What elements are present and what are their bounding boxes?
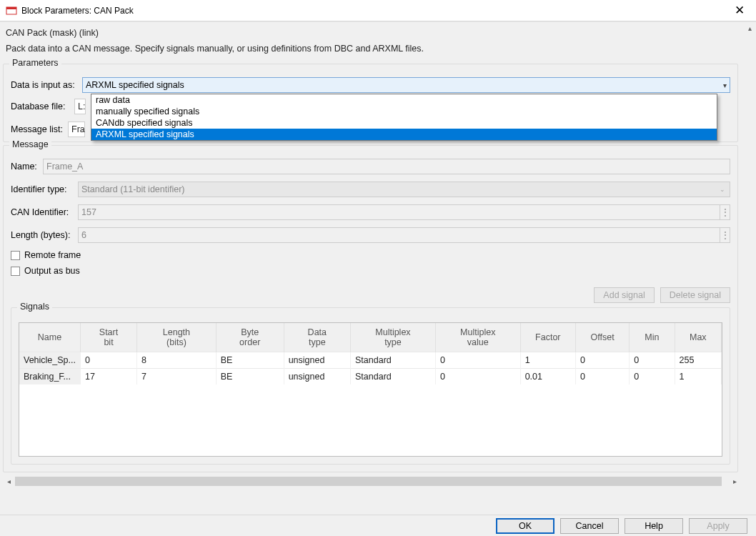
data-input-as-dropdown[interactable]: ARXML specified signals ▾ bbox=[82, 77, 730, 93]
can-identifier-more-button[interactable]: ⋮ bbox=[720, 204, 730, 220]
option-raw-data[interactable]: raw data bbox=[91, 94, 717, 106]
cell-factor[interactable]: 1 bbox=[520, 352, 575, 369]
cell-start[interactable]: 17 bbox=[80, 369, 136, 385]
chevron-down-icon: ▾ bbox=[723, 81, 727, 89]
cell-max[interactable]: 1 bbox=[675, 369, 721, 385]
cell-order[interactable]: BE bbox=[216, 352, 284, 369]
option-arxml-specified[interactable]: ARXML specified signals bbox=[91, 129, 717, 140]
col-multiplex-value[interactable]: Multiplexvalue bbox=[435, 323, 520, 352]
identifier-type-label: Identifier type: bbox=[11, 184, 78, 194]
ok-button[interactable]: OK bbox=[496, 518, 554, 534]
signals-group-label: Signals bbox=[17, 302, 52, 312]
col-offset[interactable]: Offset bbox=[575, 323, 629, 352]
cell-muxv[interactable]: 0 bbox=[435, 369, 520, 385]
message-list-prefix: Fra bbox=[71, 124, 85, 134]
cell-len[interactable]: 8 bbox=[137, 352, 217, 369]
svg-rect-1 bbox=[6, 7, 16, 9]
scroll-right-icon[interactable]: ▸ bbox=[729, 475, 741, 487]
cell-order[interactable]: BE bbox=[216, 369, 284, 385]
scroll-thumb[interactable] bbox=[15, 477, 722, 486]
length-field: 6 bbox=[78, 227, 720, 243]
can-identifier-field: 157 bbox=[78, 204, 720, 220]
delete-signal-button[interactable]: Delete signal bbox=[660, 287, 730, 303]
scroll-left-icon[interactable]: ◂ bbox=[3, 475, 15, 487]
col-max[interactable]: Max bbox=[675, 323, 721, 352]
cell-name[interactable]: Vehicle_Sp... bbox=[19, 352, 80, 369]
name-field: Frame_A bbox=[43, 159, 730, 174]
cell-dtype[interactable]: unsigned bbox=[284, 369, 350, 385]
cell-mux[interactable]: Standard bbox=[351, 352, 436, 369]
window-title: Block Parameters: CAN Pack bbox=[21, 6, 134, 16]
identifier-type-select: Standard (11-bit identifier) ⌄ bbox=[78, 182, 730, 197]
cell-name[interactable]: Braking_F... bbox=[19, 369, 80, 385]
data-input-as-value: ARXML specified signals bbox=[86, 80, 184, 90]
option-manually-specified[interactable]: manually specified signals bbox=[91, 106, 717, 117]
col-name[interactable]: Name bbox=[19, 323, 80, 352]
database-file-prefix: L: bbox=[78, 101, 85, 111]
cell-min[interactable]: 0 bbox=[630, 369, 675, 385]
table-row[interactable]: Braking_F... 17 7 BE unsigned Standard 0… bbox=[19, 369, 722, 385]
option-candb-specified[interactable]: CANdb specified signals bbox=[91, 117, 717, 129]
can-identifier-value: 157 bbox=[81, 207, 96, 217]
signals-table-empty-space bbox=[19, 384, 722, 456]
col-factor[interactable]: Factor bbox=[520, 323, 575, 352]
cell-max[interactable]: 255 bbox=[675, 352, 721, 369]
length-label: Length (bytes): bbox=[11, 230, 78, 240]
cell-start[interactable]: 0 bbox=[80, 352, 136, 369]
cell-min[interactable]: 0 bbox=[630, 352, 675, 369]
output-as-bus-label: Output as bus bbox=[24, 266, 80, 276]
output-as-bus-checkbox[interactable] bbox=[11, 267, 20, 276]
horizontal-scrollbar[interactable]: ◂ ▸ bbox=[3, 475, 741, 487]
col-min[interactable]: Min bbox=[630, 323, 675, 352]
help-button[interactable]: Help bbox=[625, 518, 683, 534]
can-identifier-label: CAN Identifier: bbox=[11, 207, 78, 217]
col-data-type[interactable]: Datatype bbox=[284, 323, 350, 352]
name-value: Frame_A bbox=[46, 162, 83, 172]
message-list-field-edge[interactable]: Fra bbox=[68, 121, 85, 137]
table-row[interactable]: Vehicle_Sp... 0 8 BE unsigned Standard 0… bbox=[19, 352, 722, 369]
col-byte-order[interactable]: Byteorder bbox=[216, 323, 284, 352]
message-group-label: Message bbox=[9, 139, 51, 149]
cancel-button[interactable]: Cancel bbox=[560, 518, 619, 534]
cell-offset[interactable]: 0 bbox=[575, 352, 629, 369]
signals-table[interactable]: Name Startbit Length(bits) Byteorder Dat… bbox=[19, 322, 722, 457]
length-value: 6 bbox=[81, 230, 86, 240]
window-icon bbox=[6, 5, 17, 16]
length-more-button[interactable]: ⋮ bbox=[720, 227, 730, 243]
apply-button[interactable]: Apply bbox=[689, 518, 747, 534]
name-label: Name: bbox=[11, 162, 43, 172]
database-file-field-edge[interactable]: L: bbox=[74, 99, 86, 114]
mask-link-text: CAN Pack (mask) (link) bbox=[6, 28, 738, 38]
add-signal-button[interactable]: Add signal bbox=[594, 287, 654, 303]
chevron-down-icon: ⌄ bbox=[720, 186, 725, 193]
parameters-group-label: Parameters bbox=[9, 58, 61, 68]
data-input-as-options-popup[interactable]: raw data manually specified signals CANd… bbox=[91, 94, 717, 141]
cell-mux[interactable]: Standard bbox=[351, 369, 436, 385]
scroll-track[interactable] bbox=[15, 475, 729, 487]
cell-offset[interactable]: 0 bbox=[575, 369, 629, 385]
block-description: Pack data into a CAN message. Specify si… bbox=[6, 44, 738, 54]
scroll-up-arrow[interactable]: ▴ bbox=[744, 22, 756, 34]
cell-dtype[interactable]: unsigned bbox=[284, 352, 350, 369]
cell-factor[interactable]: 0.01 bbox=[520, 369, 575, 385]
remote-frame-label: Remote frame bbox=[24, 250, 81, 260]
close-button[interactable]: ✕ bbox=[729, 3, 750, 18]
identifier-type-value: Standard (11-bit identifier) bbox=[81, 184, 185, 194]
data-input-as-label: Data is input as: bbox=[11, 80, 82, 90]
cell-len[interactable]: 7 bbox=[137, 369, 217, 385]
col-multiplex-type[interactable]: Multiplextype bbox=[351, 323, 436, 352]
col-start-bit[interactable]: Startbit bbox=[80, 323, 136, 352]
col-length-bits[interactable]: Length(bits) bbox=[137, 323, 217, 352]
message-list-label: Message list: bbox=[11, 124, 68, 134]
cell-muxv[interactable]: 0 bbox=[435, 352, 520, 369]
database-file-label: Database file: bbox=[11, 101, 74, 111]
remote-frame-checkbox[interactable] bbox=[11, 251, 20, 260]
